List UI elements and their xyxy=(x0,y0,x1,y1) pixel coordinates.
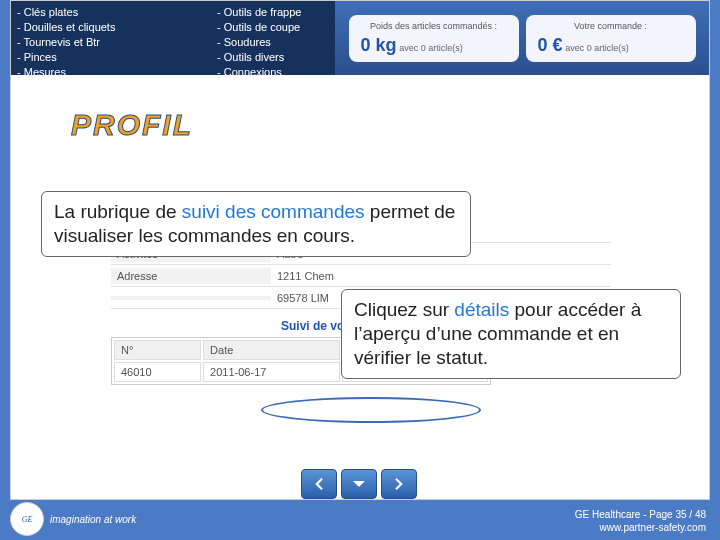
b1-pre: La rubrique de xyxy=(54,201,182,222)
nav-item[interactable]: - Connexions xyxy=(217,65,329,80)
form-value: 1211 Chem xyxy=(271,268,340,284)
cart-order-label: Votre commande : xyxy=(538,21,684,31)
nav-item[interactable]: - Outils de coupe xyxy=(217,20,329,35)
form-key xyxy=(111,296,271,300)
slide-nav-arrows xyxy=(301,469,417,499)
nav-item[interactable]: - Pinces xyxy=(17,50,205,65)
next-button[interactable] xyxy=(381,469,417,499)
nav-column-1[interactable]: - Clés plates- Douilles et cliquets- Tou… xyxy=(11,1,211,75)
cart-weight-label: Poids des articles commandés : xyxy=(361,21,507,31)
nav-item[interactable]: - Mesures xyxy=(17,65,205,80)
nav-item[interactable]: - Outils de frappe xyxy=(217,5,329,20)
nav-item[interactable]: - Douilles et cliquets xyxy=(17,20,205,35)
cart-weight-value: 0 kg xyxy=(361,35,397,55)
b2-highlight: détails xyxy=(454,299,509,320)
cart-weight-box: Poids des articles commandés : 0 kg avec… xyxy=(349,15,519,62)
footer-page-info: GE Healthcare - Page 35 / 48 www.partner… xyxy=(575,508,706,534)
callout-bubble-2: Cliquez sur détails pour accéder à l’ape… xyxy=(341,289,681,379)
down-icon xyxy=(350,475,368,493)
svg-text:PROFIL: PROFIL xyxy=(71,108,193,141)
nav-item[interactable]: - Sécurité xyxy=(17,80,205,95)
ge-monogram-icon: GE xyxy=(10,502,44,536)
order-date: 2011-06-17 xyxy=(203,362,340,382)
ge-tagline: imagination at work xyxy=(50,514,136,525)
nav-item[interactable]: - Outils divers xyxy=(217,50,329,65)
form-row: Adresse1211 Chem xyxy=(111,265,611,287)
chevron-left-icon xyxy=(310,475,328,493)
cart-summary-area: Poids des articles commandés : 0 kg avec… xyxy=(335,1,709,75)
footer-url: www.partner-safety.com xyxy=(575,521,706,534)
cart-order-box: Votre commande : 0 € avec 0 article(s) xyxy=(526,15,696,62)
form-key: Adresse xyxy=(111,268,271,284)
b2-pre: Cliquez sur xyxy=(354,299,454,320)
nav-column-2[interactable]: - Outils de frappe- Outils de coupe- Sou… xyxy=(211,1,335,75)
nav-item[interactable]: - Clés plates xyxy=(17,5,205,20)
cart-weight-sub: avec 0 article(s) xyxy=(399,43,463,53)
prev-button[interactable] xyxy=(301,469,337,499)
nav-item[interactable]: - Soudures xyxy=(217,35,329,50)
orders-th-date: Date xyxy=(203,340,340,360)
cart-order-sub: avec 0 article(s) xyxy=(565,43,629,53)
order-no: 46010 xyxy=(114,362,201,382)
b1-highlight: suivi des commandes xyxy=(182,201,365,222)
footer-page: GE Healthcare - Page 35 / 48 xyxy=(575,508,706,521)
home-button[interactable] xyxy=(341,469,377,499)
orders-th-no: N° xyxy=(114,340,201,360)
chevron-right-icon xyxy=(390,475,408,493)
form-value: 69578 LIM xyxy=(271,290,335,306)
profil-logo: PROFIL xyxy=(71,105,709,149)
callout-bubble-1: La rubrique de suivi des commandes perme… xyxy=(41,191,471,257)
nav-item[interactable]: - Fixation xyxy=(217,80,329,95)
nav-item[interactable]: - Tournevis et Btr xyxy=(17,35,205,50)
highlight-ellipse xyxy=(261,397,481,423)
cart-order-value: 0 € xyxy=(538,35,563,55)
ge-logo: GE imagination at work xyxy=(10,502,136,536)
